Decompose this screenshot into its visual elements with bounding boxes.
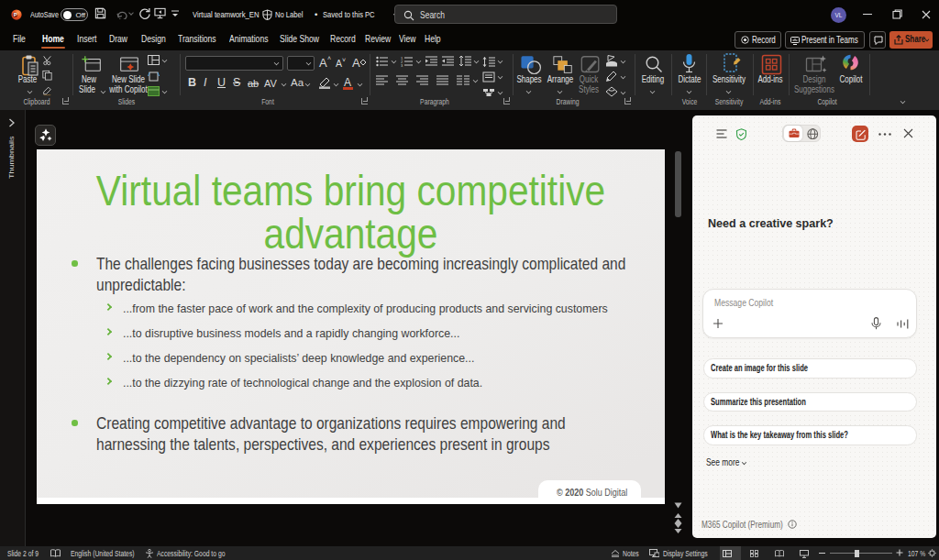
svg-text:P: P xyxy=(14,12,17,17)
svg-text:3: 3 xyxy=(401,63,403,68)
